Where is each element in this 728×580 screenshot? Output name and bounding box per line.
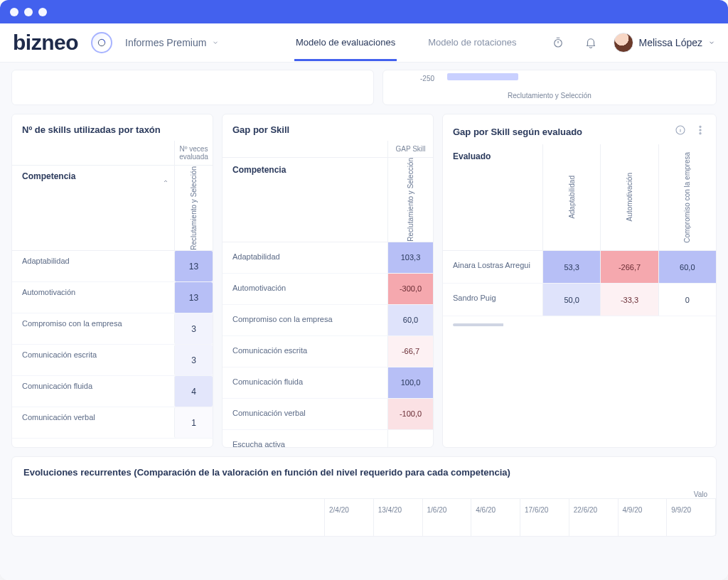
- sort-caret-icon: [163, 178, 168, 184]
- table-row: Comunicación escrita-66,7: [223, 336, 433, 367]
- date-column: 4/6/20: [471, 499, 520, 536]
- gap-value: -300,0: [387, 274, 433, 304]
- table-row: Comunicación escrita3: [12, 345, 213, 376]
- gap-value: 53,3: [542, 251, 600, 283]
- gap-value: 0: [658, 284, 716, 316]
- skill-count: 4: [174, 376, 213, 407]
- skill-label: Comunicación verbal: [223, 399, 387, 429]
- table-row: Automotivación13: [12, 282, 213, 313]
- timer-icon[interactable]: [548, 33, 568, 53]
- row-header-competencia[interactable]: Competencia: [232, 165, 286, 175]
- info-icon[interactable]: [675, 124, 686, 139]
- window-control-zoom[interactable]: [38, 8, 47, 16]
- chart-bar-segment: [447, 73, 518, 80]
- col-header-veces: Nº veces evaluada: [174, 141, 213, 165]
- gap-value: -33,3: [600, 284, 658, 316]
- gap-value: -266,7: [600, 251, 658, 283]
- gap-value: 60,0: [387, 305, 433, 335]
- content-area: -250 Reclutamiento y Selección Nº de ski…: [0, 63, 728, 580]
- table-row: Comunicación verbal-100,0: [223, 399, 433, 430]
- date-column: 17/6/20: [520, 499, 569, 536]
- gap-value: 100,0: [387, 367, 433, 398]
- table-row: Comunicación verbal1: [12, 407, 213, 439]
- gap-value: 103,3: [387, 242, 433, 273]
- card-evoluciones: Evoluciones recurrentes (Comparación de …: [11, 456, 717, 537]
- skill-label: Comunicación fluida: [12, 376, 174, 407]
- table-row: Compromiso con la empresa60,0: [223, 305, 433, 336]
- module-icon: [91, 32, 112, 53]
- card-title: Gap por Skill: [232, 124, 289, 135]
- skill-count: 3: [174, 345, 213, 375]
- table-row: Comunicación fluida100,0: [223, 367, 433, 399]
- column-header: Compromiso con la empresa: [683, 152, 691, 243]
- brand-logo: bizneo: [13, 31, 78, 55]
- date-column: 4/9/20: [619, 499, 668, 536]
- reports-dropdown-label: Informes Premium: [125, 37, 206, 48]
- value-header: Valo: [12, 488, 716, 498]
- card-gap-por-skill: Gap por Skill GAP Skill Competencia Recl…: [222, 114, 434, 448]
- more-icon[interactable]: [695, 124, 706, 139]
- gap-value: 60,0: [658, 251, 716, 283]
- skill-label: Comunicación fluida: [223, 367, 387, 398]
- skill-label: Automotivación: [223, 274, 387, 304]
- chevron-down-icon: [212, 39, 219, 46]
- horizontal-scrollbar[interactable]: [453, 323, 706, 326]
- table-row: Adaptabilidad13: [12, 251, 213, 282]
- card-skills-por-taxon: Nº de skills utilizadas por taxón Nº vec…: [11, 114, 213, 448]
- gap-value: [387, 430, 433, 448]
- table-row: Sandro Puig50,0-33,30: [443, 284, 716, 316]
- skill-count: 13: [174, 282, 213, 313]
- window-titlebar: [0, 0, 728, 23]
- row-header-competencia[interactable]: Competencia: [22, 171, 75, 181]
- user-menu[interactable]: Melissa López: [614, 33, 716, 53]
- tab-evaluaciones[interactable]: Modelo de evaluaciones: [294, 34, 397, 61]
- card-gap-evaluado: Gap por Skill según evaluado Evaluado Ad…: [442, 114, 717, 448]
- skill-label: Comunicación verbal: [12, 407, 174, 438]
- date-column: 1/6/20: [423, 499, 472, 536]
- gap-value: -66,7: [387, 336, 433, 367]
- top-nav: bizneo Informes Premium Modelo de evalua…: [0, 23, 728, 63]
- skill-count: 1: [174, 407, 213, 438]
- date-column: 9/9/20: [667, 499, 716, 536]
- skill-label: Compromiso con la empresa: [12, 313, 174, 344]
- bell-icon[interactable]: [581, 33, 601, 53]
- row-header-evaluado[interactable]: Evaluado: [443, 144, 542, 250]
- skill-label: Compromiso con la empresa: [223, 305, 387, 335]
- window-control-close[interactable]: [10, 8, 18, 16]
- vertical-header: Reclutamiento y Selección: [407, 158, 414, 242]
- user-name: Melissa López: [639, 37, 703, 48]
- evaluado-name: Ainara Lostras Arregui: [443, 251, 542, 283]
- skill-label: Adaptabilidad: [12, 251, 174, 281]
- skill-label: Comunicación escrita: [223, 336, 387, 367]
- skill-count: 3: [174, 313, 213, 344]
- gap-value: -100,0: [387, 399, 433, 429]
- window-control-minimize[interactable]: [24, 8, 33, 16]
- date-column: 13/4/20: [374, 499, 423, 536]
- partial-card-left: [11, 70, 374, 105]
- skill-label: Adaptabilidad: [223, 242, 387, 273]
- skill-label: Comunicación escrita: [12, 345, 174, 375]
- svg-point-3: [700, 126, 701, 127]
- avatar: [614, 33, 633, 53]
- column-header: Automotivación: [626, 173, 633, 221]
- card-title: Gap por Skill según evaluado: [453, 127, 675, 137]
- reports-dropdown[interactable]: Informes Premium: [125, 37, 219, 48]
- top-partial-cards: -250 Reclutamiento y Selección: [11, 70, 717, 105]
- chart-axis-label: Reclutamiento y Selección: [508, 92, 592, 100]
- tab-rotaciones[interactable]: Modelo de rotaciones: [427, 34, 518, 61]
- table-row: Ainara Lostras Arregui53,3-266,760,0: [443, 251, 716, 284]
- card-title: Nº de skills utilizadas por taxón: [22, 124, 161, 135]
- skill-label: Automotivación: [12, 282, 174, 313]
- date-column: 22/6/20: [569, 499, 619, 536]
- skill-count: 13: [174, 251, 213, 281]
- table-row: Escucha activa: [223, 430, 433, 448]
- svg-point-4: [700, 129, 701, 131]
- table-row: Compromiso con la empresa3: [12, 313, 213, 345]
- card-title: Evoluciones recurrentes (Comparación de …: [12, 457, 716, 488]
- svg-point-5: [700, 133, 701, 134]
- vertical-header: Reclutamiento y Selección: [190, 166, 198, 250]
- table-row: Adaptabilidad103,3: [223, 242, 433, 274]
- table-row: Automotivación-300,0: [223, 274, 433, 305]
- chevron-down-icon: [708, 39, 715, 46]
- partial-chart-card: -250 Reclutamiento y Selección: [382, 70, 717, 105]
